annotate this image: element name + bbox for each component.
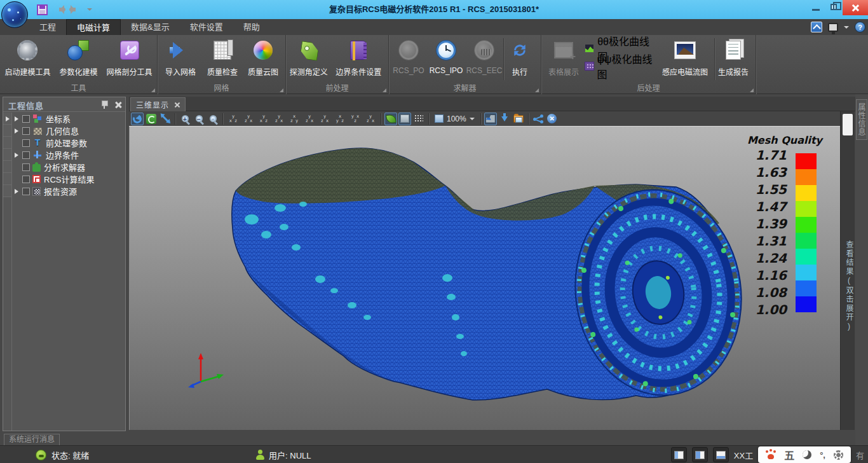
property-info-tab[interactable]: 属性信息 xyxy=(856,99,867,140)
zoom-out-button[interactable]: − xyxy=(193,113,205,125)
view-preset-button-10[interactable]: yz x xyxy=(363,113,377,125)
tree-item-analysis-solver[interactable]: 分析求解器 xyxy=(3,161,125,173)
view-preset-button-7[interactable]: yz x xyxy=(318,113,332,125)
generate-report-button[interactable]: 生成报告 xyxy=(715,36,752,82)
boundary-condition-settings-button[interactable]: 边界条件设置 xyxy=(330,36,387,82)
parametric-modeling-button[interactable]: 参数化建模 xyxy=(54,36,103,82)
points-render-button[interactable] xyxy=(412,113,425,125)
tree-checkbox[interactable] xyxy=(22,115,30,123)
pin-icon[interactable] xyxy=(102,100,107,109)
share-view-button[interactable] xyxy=(532,113,545,125)
dialog-launcher-icon[interactable] xyxy=(383,88,386,92)
dialog-launcher-icon[interactable] xyxy=(535,88,539,92)
table-display-button[interactable]: 表格展示 xyxy=(543,36,585,82)
mesh-partition-tool-button[interactable]: 网格剖分工具 xyxy=(103,36,156,82)
tree-item-report-resources[interactable]: 报告资源 xyxy=(3,185,125,197)
view-preset-button-8[interactable]: xy z xyxy=(333,113,347,125)
panel-close-icon[interactable] xyxy=(114,101,121,108)
expander-icon[interactable] xyxy=(15,153,21,158)
induced-current-map-button[interactable]: 感应电磁流图 xyxy=(656,36,714,82)
tab-help[interactable]: 帮助 xyxy=(233,19,270,35)
probe-angle-define-button[interactable]: 探测角定义 xyxy=(287,36,330,82)
psi-polarization-curve-button[interactable]: ψψ极化曲线图 xyxy=(585,59,656,73)
viewport-3d[interactable]: Mesh Quality 1.71 1.63 1.55 1.47 1.39 1.… xyxy=(129,127,840,430)
app-logo[interactable] xyxy=(1,1,28,28)
tree-checkbox[interactable] xyxy=(22,127,30,135)
layout-bottom-panel-button[interactable] xyxy=(713,447,729,462)
dialog-launcher-icon[interactable] xyxy=(280,88,283,92)
open-image-folder-button[interactable] xyxy=(512,113,525,125)
layout-left-filled-button[interactable] xyxy=(692,447,708,462)
close-button[interactable] xyxy=(843,0,868,15)
corner-arrow-icon xyxy=(486,115,495,123)
tab-software-settings[interactable]: 软件设置 xyxy=(180,19,233,35)
moon-icon[interactable] xyxy=(803,450,811,459)
quality-cloud-map-button[interactable]: 质量云图 xyxy=(243,36,283,82)
tree-item-boundary-conditions[interactable]: 边界条件 xyxy=(3,149,125,161)
view-preset-button-4[interactable]: yz x xyxy=(272,113,286,125)
snapshot-corner-button[interactable] xyxy=(484,113,497,125)
expander-icon[interactable] xyxy=(15,116,21,121)
rcs-po-button[interactable]: RCS_PO xyxy=(390,36,427,82)
zoom-fit-button[interactable]: ◦ xyxy=(207,113,219,125)
ime-punctuation-toggle[interactable]: °, xyxy=(820,450,825,460)
tree-checkbox[interactable] xyxy=(22,151,30,159)
close-view-button[interactable]: ✕ xyxy=(546,113,559,125)
rotate-tool-button[interactable] xyxy=(131,113,144,125)
view-results-tab[interactable]: 查看结果(双击展开) xyxy=(842,235,855,337)
execute-button[interactable]: 执行 xyxy=(504,36,536,82)
tree-checkbox[interactable] xyxy=(22,139,30,147)
dialog-launcher-icon[interactable] xyxy=(151,88,155,92)
help-icon[interactable]: ? xyxy=(855,22,865,32)
tree-item-coordinate-system[interactable]: 坐标系 xyxy=(3,113,125,125)
dialog-launcher-icon[interactable] xyxy=(750,88,754,92)
tree-item-geometry-info[interactable]: 几何信息 xyxy=(3,125,125,137)
view-preset-button-6[interactable]: yz x xyxy=(302,113,316,125)
tab-project[interactable]: 工程 xyxy=(29,19,66,35)
flat-render-button[interactable] xyxy=(398,113,411,125)
view-preset-button-3[interactable]: yx z xyxy=(257,113,271,125)
ime-settings-gear-icon[interactable] xyxy=(834,450,843,460)
view-preset-button-1[interactable]: yx z xyxy=(226,113,240,125)
tree-checkbox[interactable] xyxy=(22,176,30,183)
ribbon-group-preprocess: 探测角定义 边界条件设置 前处理 xyxy=(286,35,389,94)
view-preset-button-9[interactable]: y xz xyxy=(348,113,362,125)
tab-em-computation[interactable]: 电磁计算 xyxy=(66,19,121,35)
display-style-dropdown-icon[interactable] xyxy=(844,26,849,31)
view-preset-button-5[interactable]: xz y xyxy=(287,113,301,125)
tab-data-display[interactable]: 数据&显示 xyxy=(121,19,180,35)
system-messages-tab[interactable]: 系统运行消息 xyxy=(4,434,60,445)
pan-tool-button[interactable] xyxy=(159,113,172,125)
zoom-in-button[interactable]: + xyxy=(179,113,191,125)
rcs-ipo-button[interactable]: RCS_IPO xyxy=(427,36,465,82)
tree-checkbox[interactable] xyxy=(22,163,30,171)
zoom-level-select[interactable]: 100% xyxy=(432,113,477,125)
tree-item-rcs-results[interactable]: RCS计算结果 xyxy=(3,173,125,185)
minimize-button[interactable] xyxy=(807,0,825,14)
restore-button[interactable] xyxy=(825,0,843,14)
export-down-button[interactable] xyxy=(498,113,511,125)
view-preset-button-2[interactable]: yz x xyxy=(241,113,255,125)
display-style-icon[interactable] xyxy=(828,23,838,32)
legend-swatch xyxy=(796,185,817,201)
quality-check-button[interactable]: 质量检查 xyxy=(202,36,243,82)
ime-paw-icon[interactable] xyxy=(766,450,776,459)
expander-icon[interactable] xyxy=(15,189,21,194)
legend-value: 1.24 xyxy=(723,251,787,265)
tree-item-preprocess-params[interactable]: T 前处理参数 xyxy=(3,137,125,149)
ime-mode-key[interactable]: 五 xyxy=(784,447,794,462)
expander-icon[interactable] xyxy=(15,128,21,134)
layout-left-panel-button[interactable] xyxy=(671,447,687,462)
shaded-render-button[interactable] xyxy=(384,113,397,125)
zoom-level-value: 100% xyxy=(447,114,466,123)
tab-3d-display[interactable]: 三维显示 xyxy=(130,97,186,111)
collapse-ribbon-button[interactable] xyxy=(811,22,822,32)
launch-modeling-tool-button[interactable]: 启动建模工具 xyxy=(1,36,54,82)
results-collapsed-strip[interactable]: 查看结果(双击展开) xyxy=(840,111,855,430)
import-mesh-button[interactable]: 导入网格 xyxy=(159,36,202,82)
refresh-view-button[interactable] xyxy=(145,113,158,125)
tab-close-icon[interactable] xyxy=(174,102,180,107)
tree-checkbox[interactable] xyxy=(22,188,30,195)
scrollbar-thumb[interactable] xyxy=(843,114,853,135)
rcs-eec-button[interactable]: RCS_EEC xyxy=(465,36,503,82)
